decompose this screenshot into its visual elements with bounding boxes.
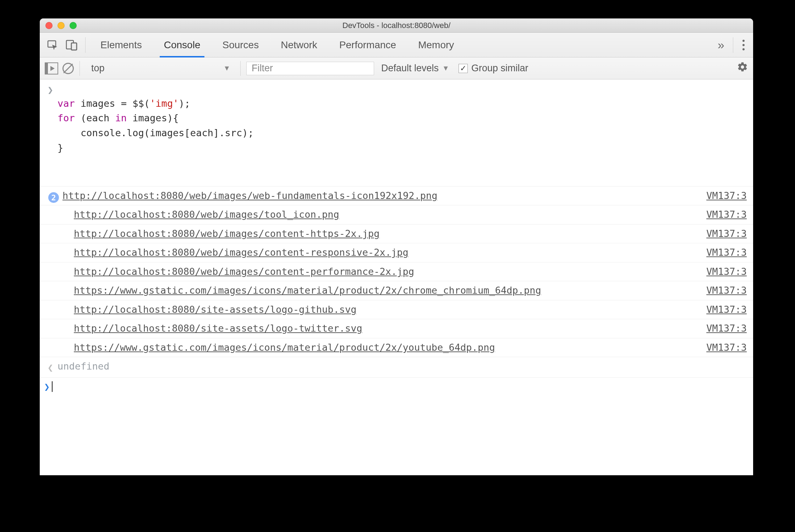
log-source-link[interactable]: VM137:3 [706, 283, 747, 298]
log-url-link[interactable]: http://localhost:8080/web/images/web-fun… [62, 190, 438, 201]
console-log-message: https://www.gstatic.com/images/icons/mat… [57, 283, 699, 298]
execution-context-select[interactable]: top ▼ [86, 61, 235, 76]
log-url-link[interactable]: http://localhost:8080/web/images/tool_ic… [74, 209, 339, 220]
console-log-message: http://localhost:8080/web/images/content… [57, 265, 699, 279]
console-input-code: var images = $$('img'); for (each in ima… [57, 82, 747, 184]
log-source-link[interactable]: VM137:3 [706, 189, 747, 203]
devtools-window: DevTools - localhost:8080/web/ Elements … [40, 18, 753, 475]
log-source-link[interactable]: VM137:3 [706, 303, 747, 317]
console-log-row: 2http://localhost:8080/web/images/web-fu… [40, 187, 753, 206]
console-log-row: http://localhost:8080/web/images/content… [40, 225, 753, 244]
dropdown-triangle-icon: ▼ [223, 64, 230, 72]
prompt-chevron-icon: ❯ [44, 381, 50, 392]
console-log-row: http://localhost:8080/web/images/content… [40, 243, 753, 262]
console-log-message: http://localhost:8080/web/images/content… [57, 245, 699, 260]
tabs-overflow-button[interactable]: » [715, 38, 727, 52]
console-log-row: http://localhost:8080/site-assets/logo-g… [40, 300, 753, 320]
settings-gear-icon[interactable] [737, 61, 748, 75]
window-maximize-button[interactable] [70, 22, 77, 29]
separator [80, 61, 80, 76]
svg-rect-2 [71, 43, 77, 50]
dropdown-triangle-icon: ▼ [442, 64, 449, 72]
inspect-element-icon[interactable] [45, 37, 60, 53]
console-log-message: http://localhost:8080/site-assets/logo-g… [57, 303, 699, 317]
titlebar: DevTools - localhost:8080/web/ [40, 18, 753, 33]
console-log-row: https://www.gstatic.com/images/icons/mat… [40, 338, 753, 358]
log-url-link[interactable]: http://localhost:8080/web/images/content… [74, 266, 414, 277]
panel-tabs: Elements Console Sources Network Perform… [40, 33, 753, 57]
log-levels-select[interactable]: Default levels ▼ [378, 63, 452, 74]
console-log-row: http://localhost:8080/web/images/content… [40, 262, 753, 282]
tab-memory[interactable]: Memory [409, 33, 463, 57]
console-output: ❯ var images = $$('img'); for (each in i… [40, 79, 753, 475]
console-log-message: http://localhost:8080/web/images/content… [57, 227, 699, 241]
return-chevron-icon: ❮ [48, 361, 53, 375]
console-prompt[interactable]: ❯ [40, 378, 753, 397]
log-source-link[interactable]: VM137:3 [706, 340, 747, 355]
log-url-link[interactable]: https://www.gstatic.com/images/icons/mat… [74, 342, 495, 353]
clear-console-icon[interactable] [62, 63, 74, 74]
device-toggle-icon[interactable] [64, 37, 80, 53]
separator [733, 37, 733, 53]
console-sidebar-toggle-icon[interactable] [45, 62, 58, 74]
console-log-message: https://www.gstatic.com/images/icons/mat… [57, 340, 699, 355]
tab-sources[interactable]: Sources [213, 33, 268, 57]
group-similar-label: Group similar [471, 63, 528, 74]
group-similar-checkbox[interactable]: ✓ Group similar [456, 63, 531, 74]
log-url-link[interactable]: http://localhost:8080/web/images/content… [74, 247, 409, 258]
filter-input[interactable]: Filter [246, 62, 374, 75]
log-source-link[interactable]: VM137:3 [706, 321, 747, 336]
console-log-row: http://localhost:8080/web/images/tool_ic… [40, 205, 753, 225]
log-url-link[interactable]: http://localhost:8080/web/images/content… [74, 228, 380, 239]
repeat-count-badge: 2 [48, 192, 59, 203]
window-minimize-button[interactable] [57, 22, 65, 29]
window-close-button[interactable] [45, 22, 53, 29]
console-log-message: http://localhost:8080/web/images/tool_ic… [57, 207, 699, 222]
console-log-message: 2http://localhost:8080/web/images/web-fu… [48, 189, 699, 203]
log-url-link[interactable]: https://www.gstatic.com/images/icons/mat… [74, 285, 541, 296]
log-url-link[interactable]: http://localhost:8080/site-assets/logo-t… [74, 323, 362, 334]
return-value: undefined [57, 359, 747, 374]
console-log-message: http://localhost:8080/site-assets/logo-t… [57, 321, 699, 336]
log-source-link[interactable]: VM137:3 [706, 207, 747, 222]
log-url-link[interactable]: http://localhost:8080/site-assets/logo-g… [74, 304, 357, 315]
log-source-link[interactable]: VM137:3 [706, 245, 747, 260]
tab-network[interactable]: Network [272, 33, 327, 57]
separator [85, 37, 86, 53]
text-caret [52, 381, 53, 392]
console-toolbar: top ▼ Filter Default levels ▼ ✓ Group si… [40, 57, 753, 79]
tab-performance[interactable]: Performance [330, 33, 405, 57]
filter-placeholder: Filter [252, 63, 273, 74]
log-source-link[interactable]: VM137:3 [706, 265, 747, 279]
console-input-row: ❯ var images = $$('img'); for (each in i… [40, 79, 753, 187]
console-log-row: http://localhost:8080/site-assets/logo-t… [40, 319, 753, 338]
separator [240, 61, 241, 76]
input-chevron-icon: ❯ [48, 83, 53, 98]
log-levels-label: Default levels [381, 63, 439, 74]
execution-context-label: top [91, 63, 105, 74]
checkbox-checked-icon: ✓ [459, 64, 468, 73]
console-log-row: https://www.gstatic.com/images/icons/mat… [40, 281, 753, 300]
log-source-link[interactable]: VM137:3 [706, 227, 747, 241]
kebab-menu-icon[interactable] [739, 40, 748, 50]
tab-elements[interactable]: Elements [91, 33, 151, 57]
console-return-row: ❮ undefined [40, 357, 753, 378]
window-title: DevTools - localhost:8080/web/ [40, 21, 753, 30]
tab-console[interactable]: Console [155, 33, 210, 57]
